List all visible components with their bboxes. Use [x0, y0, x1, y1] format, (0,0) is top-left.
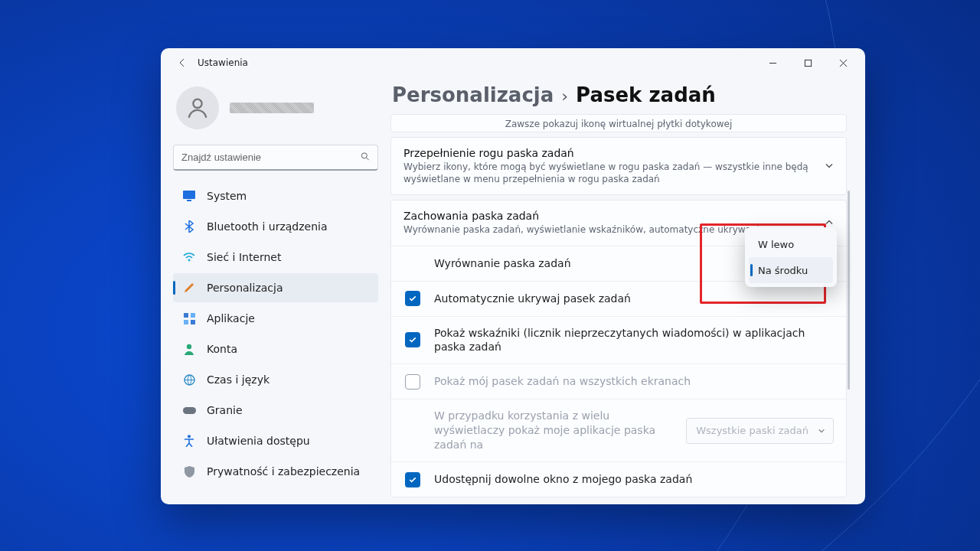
sidebar-item-label: Aplikacje [207, 312, 255, 324]
app-title: Ustawienia [198, 57, 248, 68]
sidebar-item-label: Granie [207, 404, 243, 416]
card-title: Przepełnienie rogu paska zadań [403, 147, 809, 159]
gamepad-icon [182, 406, 196, 415]
card-taskbar-behaviors: Zachowania paska zadań Wyrównanie paska … [390, 200, 847, 497]
account-block[interactable] [173, 80, 378, 140]
titlebar: Ustawienia [161, 48, 865, 77]
row-label: Automatycznie ukrywaj pasek zadań [434, 292, 834, 306]
row-show-badges[interactable]: Pokaż wskaźniki (licznik nieprzeczytanyc… [391, 316, 846, 364]
search-input[interactable] [173, 145, 378, 171]
bluetooth-icon [182, 220, 196, 233]
maximize-icon [804, 59, 812, 67]
combo-multi-display: Wszystkie paski zadań [686, 418, 834, 444]
svg-rect-12 [183, 407, 196, 414]
row-label: W przypadku korzystania z wielu wyświetl… [434, 409, 664, 452]
paintbrush-icon [182, 282, 196, 294]
check-icon [408, 475, 417, 484]
alignment-option-left[interactable]: W lewo [749, 231, 833, 257]
person-icon [185, 95, 211, 121]
check-icon [408, 294, 417, 303]
account-name-redacted [230, 103, 314, 113]
sidebar-item-apps[interactable]: Aplikacje [173, 304, 378, 333]
scroll-area: Zawsze pokazuj ikonę wirtualnej płytki d… [390, 114, 851, 504]
alignment-option-center[interactable]: Na środku [749, 257, 833, 283]
svg-rect-7 [191, 313, 195, 318]
wifi-icon [182, 253, 196, 262]
alignment-dropdown: W lewo Na środku [745, 227, 837, 287]
page-title: Pasek zadań [576, 83, 716, 106]
checkbox-checked[interactable] [405, 291, 420, 306]
svg-point-2 [361, 153, 367, 158]
breadcrumb-separator: › [561, 86, 568, 106]
sidebar-item-accessibility[interactable]: Ułatwienia dostępu [173, 426, 378, 455]
minimize-button[interactable] [755, 51, 790, 75]
card-partial-subtitle: Zawsze pokazuj ikonę wirtualnej płytki d… [391, 115, 846, 132]
sidebar-item-label: Czas i język [207, 373, 270, 386]
search-box[interactable] [173, 145, 378, 171]
svg-point-13 [188, 435, 191, 438]
close-icon [839, 59, 848, 67]
avatar [176, 86, 219, 129]
window-controls [755, 51, 861, 75]
chevron-down-icon [818, 427, 825, 435]
accessibility-icon [182, 435, 196, 447]
sidebar-item-accounts[interactable]: Konta [173, 334, 378, 364]
card-title: Zachowania paska zadań [403, 210, 765, 222]
sidebar-item-label: Bluetooth i urządzenia [207, 220, 328, 233]
sidebar-item-gaming[interactable]: Granie [173, 396, 378, 425]
row-multi-display-apps: W przypadku korzystania z wielu wyświetl… [391, 399, 846, 461]
card-partial-top[interactable]: Zawsze pokazuj ikonę wirtualnej płytki d… [390, 114, 847, 132]
checkbox-checked[interactable] [405, 332, 420, 347]
sidebar-item-time-language[interactable]: Czas i język [173, 365, 378, 394]
row-label: Udostępnij dowolne okno z mojego paska z… [434, 472, 834, 487]
sidebar-item-privacy[interactable]: Prywatność i zabezpieczenia [173, 457, 378, 486]
chevron-down-icon [825, 159, 834, 174]
sidebar-item-label: Ułatwienia dostępu [207, 435, 310, 447]
breadcrumb-parent[interactable]: Personalizacja [392, 83, 554, 106]
card-subtitle: Wyrównanie paska zadań, wyświetlanie wsk… [403, 223, 765, 236]
check-icon [408, 335, 417, 344]
scrollbar[interactable] [847, 114, 850, 504]
sidebar-item-personalization[interactable]: Personalizacja [173, 273, 378, 302]
row-share-window[interactable]: Udostępnij dowolne okno z mojego paska z… [391, 461, 846, 497]
svg-rect-4 [187, 200, 191, 201]
sidebar-item-label: Sieć i Internet [207, 251, 281, 263]
close-button[interactable] [825, 51, 861, 75]
breadcrumb: Personalizacja › Pasek zadań [390, 80, 851, 114]
svg-rect-3 [183, 191, 195, 199]
combo-value: Wszystkie paski zadań [696, 425, 808, 436]
arrow-left-icon [177, 57, 188, 68]
svg-rect-0 [805, 60, 811, 66]
sidebar-item-label: System [207, 190, 247, 202]
svg-rect-6 [184, 313, 188, 318]
minimize-icon [769, 59, 777, 67]
sidebar: System Bluetooth i urządzenia Sieć i Int… [161, 77, 390, 504]
row-label: Pokaż mój pasek zadań na wszystkich ekra… [434, 374, 834, 389]
sidebar-item-label: Personalizacja [207, 282, 283, 294]
sidebar-item-bluetooth[interactable]: Bluetooth i urządzenia [173, 212, 378, 241]
card-overflow[interactable]: Przepełnienie rogu paska zadań Wybierz i… [390, 137, 847, 195]
svg-rect-8 [184, 320, 188, 324]
nav-list: System Bluetooth i urządzenia Sieć i Int… [173, 181, 378, 486]
scrollbar-thumb[interactable] [848, 191, 850, 390]
svg-point-5 [188, 259, 191, 262]
svg-point-10 [187, 344, 191, 348]
checkbox-checked[interactable] [405, 472, 420, 487]
svg-rect-9 [191, 320, 195, 324]
sidebar-item-system[interactable]: System [173, 181, 378, 210]
card-subtitle: Wybierz ikony, które mogą być wyświetlan… [403, 161, 809, 185]
row-label: Pokaż wskaźniki (licznik nieprzeczytanyc… [434, 326, 834, 355]
back-button[interactable] [172, 52, 193, 73]
apps-icon [182, 313, 196, 324]
sidebar-item-label: Prywatność i zabezpieczenia [207, 465, 360, 478]
sidebar-item-network[interactable]: Sieć i Internet [173, 243, 378, 272]
settings-window: Ustawienia System [161, 48, 865, 504]
checkbox-unchecked [405, 374, 420, 390]
svg-point-1 [193, 99, 201, 108]
shield-icon [182, 466, 196, 478]
monitor-icon [182, 191, 196, 201]
person-icon [182, 344, 196, 355]
globe-icon [182, 374, 196, 386]
search-icon [360, 151, 371, 165]
maximize-button[interactable] [790, 51, 825, 75]
